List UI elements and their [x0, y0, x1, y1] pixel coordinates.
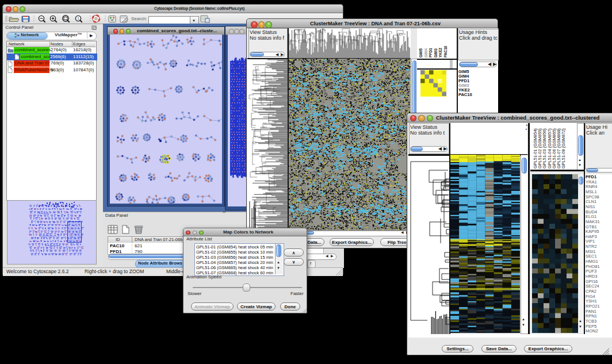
svg-text:GIM4: GIM4	[424, 48, 428, 58]
svg-text:1: 1	[77, 17, 79, 20]
svg-text:PAC10: PAC10	[443, 45, 447, 58]
svg-text:GIM5: GIM5	[419, 48, 423, 58]
svg-text:YKE2: YKE2	[438, 48, 442, 58]
svg-text:GPL51-08 (GSM872): GPL51-08 (GSM872)	[561, 128, 566, 168]
svg-text:PFD1: PFD1	[429, 48, 433, 58]
svg-text:GIM3: GIM3	[434, 48, 438, 58]
